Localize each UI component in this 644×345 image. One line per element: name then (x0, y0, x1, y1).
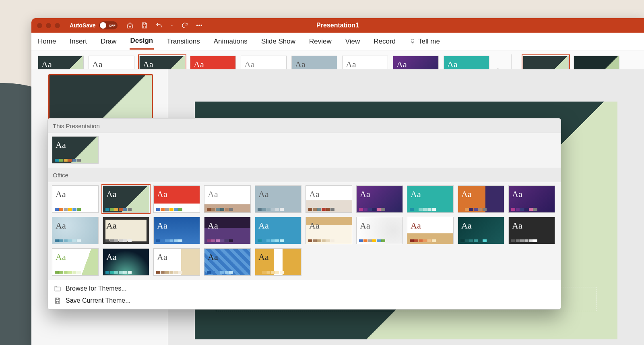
theme-swatches (511, 239, 537, 242)
theme-label: Aa (157, 252, 167, 262)
theme-swatches (55, 271, 81, 274)
theme-label: Aa (309, 189, 320, 200)
tab-record[interactable]: Record (373, 34, 396, 49)
popover-grid-office: AaAaAaAaAaAaAaAaAaAaAaAaAaAaAaAaAaAaAaAa… (48, 182, 561, 280)
theme-label: Aa (346, 59, 356, 70)
save-icon[interactable] (141, 22, 148, 29)
tab-animations[interactable]: Animations (213, 34, 248, 49)
theme-droplet[interactable]: Aa (356, 217, 403, 244)
svg-point-0 (196, 25, 197, 26)
theme-swatches (55, 239, 81, 242)
theme-swatches (308, 239, 334, 242)
theme-swatches (156, 271, 182, 274)
redo-icon[interactable] (181, 22, 188, 29)
document-title: Presentation1 (316, 22, 359, 29)
theme-view[interactable]: Aa (204, 248, 251, 276)
theme-frame[interactable]: Aa (103, 217, 149, 244)
tab-design[interactable]: Design (130, 33, 154, 50)
theme-retrospect[interactable]: Aa (204, 185, 251, 213)
theme-label: Aa (411, 189, 421, 200)
theme-label: Aa (143, 59, 153, 70)
theme-label: Aa (512, 189, 522, 200)
theme-label: Aa (106, 189, 117, 200)
theme-label: Aa (360, 189, 370, 200)
theme-swatches (156, 208, 182, 211)
browse-themes-button[interactable]: Browse for Themes... (48, 283, 561, 295)
theme-circuit[interactable]: Aa (153, 217, 200, 244)
theme-label: Aa (208, 252, 218, 262)
undo-icon[interactable] (155, 22, 163, 29)
theme-ion[interactable]: Aa (103, 185, 149, 213)
popover-section-this-presentation: This Presentation (48, 118, 561, 133)
theme-label: Aa (360, 220, 370, 231)
theme-label: Aa (461, 189, 472, 200)
save-theme-button[interactable]: Save Current Theme... (48, 295, 561, 307)
theme-mesh[interactable]: Aa (508, 217, 555, 244)
popover-footer: Browse for Themes... Save Current Theme.… (48, 280, 561, 309)
theme-celestial[interactable]: Aa (356, 185, 403, 213)
theme-label: Aa (461, 220, 472, 231)
app-window: AutoSave OFF Presentation1 HomeInsertDra… (31, 18, 644, 345)
undo-dropdown-icon[interactable] (170, 22, 174, 29)
minimize-window-button[interactable] (46, 23, 51, 28)
svg-rect-3 (55, 287, 60, 291)
theme-atlas[interactable]: Aa (407, 217, 454, 244)
zoom-window-button[interactable] (55, 23, 60, 28)
theme-slate[interactable]: Aa (255, 185, 301, 213)
theme-swatches (410, 208, 436, 211)
ribbon-tabs: HomeInsertDrawDesignTransitionsAnimation… (31, 33, 644, 50)
theme-swatches (105, 271, 132, 274)
theme-swatches (105, 239, 132, 242)
theme-label: Aa (258, 252, 269, 262)
titlebar: AutoSave OFF Presentation1 (31, 18, 644, 33)
theme-gallery[interactable]: Aa (305, 185, 352, 213)
theme-label: Aa (208, 220, 218, 231)
theme-ion-boardroom[interactable]: Aa (103, 248, 149, 276)
window-controls (31, 23, 66, 28)
theme-organic[interactable]: Aa (305, 217, 352, 244)
theme-swatches (258, 208, 284, 211)
tab-draw[interactable]: Draw (100, 34, 118, 49)
theme-label: Aa (208, 189, 218, 200)
theme-badge[interactable]: Aa (458, 185, 504, 213)
svg-point-2 (201, 25, 202, 26)
theme-label: Aa (194, 59, 204, 70)
theme-ion-current[interactable]: Aa (52, 136, 99, 164)
tab-review[interactable]: Review (308, 34, 332, 49)
theme-facet[interactable]: Aa (52, 248, 99, 276)
theme-quotable[interactable]: Aa (204, 217, 251, 244)
theme-berlin[interactable]: Aa (153, 185, 200, 213)
tell-me-button[interactable]: Tell me (409, 34, 441, 49)
tab-home[interactable]: Home (37, 34, 57, 49)
theme-label: Aa (56, 140, 66, 150)
theme-swatches (105, 208, 132, 211)
bulb-icon (409, 38, 416, 45)
tab-view[interactable]: View (345, 34, 361, 49)
folder-icon (54, 285, 62, 292)
theme-damask[interactable]: Aa (458, 217, 504, 244)
theme-swatches (359, 208, 385, 211)
theme-basis[interactable]: Aa (255, 217, 301, 244)
close-window-button[interactable] (37, 23, 42, 28)
theme-vapor[interactable]: Aa (508, 185, 555, 213)
theme-teal[interactable]: Aa (407, 185, 454, 213)
tab-slide-show[interactable]: Slide Show (260, 34, 296, 49)
home-icon[interactable] (126, 22, 134, 29)
theme-label: Aa (411, 220, 421, 231)
more-icon[interactable] (196, 22, 203, 29)
theme-swatches (156, 239, 182, 242)
tab-insert[interactable]: Insert (69, 34, 88, 49)
theme-dividend[interactable]: Aa (153, 248, 200, 276)
theme-office[interactable]: Aa (52, 185, 99, 213)
theme-swatches (207, 271, 233, 274)
theme-label: Aa (106, 252, 117, 262)
tab-transitions[interactable]: Transitions (166, 34, 201, 49)
theme-integral[interactable]: Aa (52, 217, 99, 244)
theme-swatches (460, 239, 487, 242)
theme-crop[interactable]: Aa (255, 248, 301, 276)
save-icon (54, 297, 62, 304)
theme-label: Aa (244, 59, 255, 70)
theme-label: Aa (56, 252, 66, 262)
autosave-toggle[interactable]: AutoSave OFF (70, 21, 118, 29)
autosave-switch[interactable]: OFF (99, 21, 118, 29)
